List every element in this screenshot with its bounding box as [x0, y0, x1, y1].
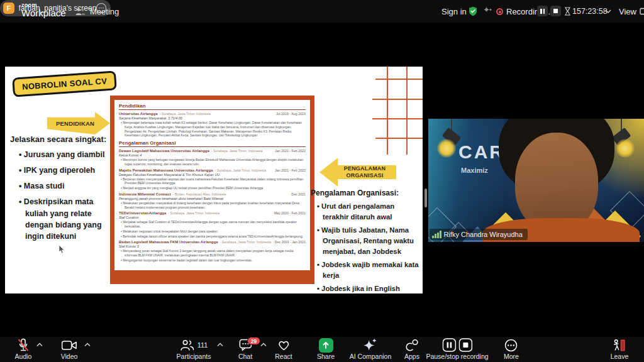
pause-recording-icon [442, 338, 456, 352]
sharer-avatar: F [3, 3, 14, 14]
cv-entry-dates: May 2020 - Feb 2021 [274, 211, 306, 215]
view-button[interactable]: View [619, 0, 644, 23]
stop-recording-icon [458, 338, 472, 352]
share-screen-icon [319, 338, 333, 353]
cv-entry-org: TEDxUniversitasAirlangga [119, 211, 166, 215]
video-panel-resize-handle[interactable] [425, 189, 427, 207]
apps-icon [405, 339, 419, 352]
cv-entry: Badan Legislatif Mahasiswa FKM Universit… [119, 240, 306, 262]
ai-companion-button[interactable]: AI Companion [350, 338, 392, 360]
timer-hourglass-icon [564, 7, 571, 16]
view-label: View [619, 7, 636, 16]
heart-icon [277, 339, 291, 351]
video-options-caret[interactable] [84, 343, 91, 347]
participant-name-tag: Rifky Chandra Wirayudha [430, 229, 528, 240]
cv-entry-location: - Surabaya, Jawa Timur, Indonesia [159, 112, 275, 116]
cv-entry-dates: Dec 2019 - Jan 2021 [275, 240, 306, 244]
chat-options-caret[interactable] [260, 343, 267, 347]
mouse-cursor [58, 245, 65, 255]
cv-entry-role: Staf Curation [119, 216, 306, 219]
audio-options-caret[interactable] [36, 343, 43, 347]
cv-entry-bullets: Menyandang peran sebagai Staf Komisi 3 d… [121, 249, 306, 262]
ai-sparkle-icon [363, 338, 378, 352]
workplace-chevron-down-icon[interactable] [58, 9, 65, 14]
background-subtext: Maximiz [461, 167, 488, 174]
cv-entry-dates: Jan 2021 - Feb 2022 [275, 149, 306, 153]
cv-entry-org: Indonesia Millennial Connect [119, 192, 171, 196]
list-item: Deskripsikan mata kuliah yang relate den… [19, 196, 113, 242]
meeting-timer: 157:23:58 [572, 0, 608, 23]
cv-entry-org: Badan Legislatif Mahasiswa FKM Universit… [119, 240, 218, 244]
video-button[interactable]: Video [61, 338, 78, 360]
cv-organization-heading: Pengalaman Organisasi [119, 140, 306, 147]
ai-companion-status-icon[interactable]: ✦✦ [483, 5, 492, 14]
cv-entry-location: - Surabaya, Jawa Timur, Indonesia [220, 240, 275, 244]
cv-entry-org: Universitas Airlangga [119, 112, 157, 116]
participant-face [515, 133, 598, 232]
cv-entry-location: - Surabaya, Jawa Timur, Indonesia [211, 149, 275, 153]
more-button[interactable]: More [504, 338, 519, 360]
connection-signal-icon [432, 231, 441, 238]
sign-in-button[interactable]: Sign in [441, 0, 467, 23]
encryption-shield-icon[interactable] [468, 6, 478, 16]
cv-entry: TEDxUniversitasAirlangga - Surabaya, Jaw… [119, 211, 306, 238]
cv-entry: Universitas Airlangga - Surabaya, Jawa T… [119, 112, 306, 138]
stop-recording-button[interactable] [550, 6, 561, 16]
left-panel-heading: Jelaskan secara singkat: [10, 134, 113, 144]
meeting-tab-label: Meeting [90, 7, 119, 16]
organization-tips-panel: Pengalaman Organisasi: Urut dari pengala… [311, 189, 421, 293]
zoom-meeting-window: zoom Workplace Meeting F farhan_panitia'… [0, 0, 644, 362]
audio-button[interactable]: Audio [15, 338, 32, 360]
timer-chevron-down-icon[interactable] [605, 9, 611, 14]
more-ellipsis-icon [505, 339, 518, 352]
left-panel-list: Jurusan yang diambilIPK yang diperolehMa… [10, 149, 113, 242]
camera-icon [61, 340, 77, 351]
cv-entry-bullets: Mempelajari beberapa mata kuliah terkait… [121, 121, 306, 138]
cv-bullet: Menjadi anggota tim yang mengkaji UU ter… [121, 186, 306, 190]
list-item: IPK yang diperoleh [19, 165, 113, 176]
cv-bullet: Melakukan negosiasi untuk kesepakatan Mo… [121, 229, 306, 234]
cv-entry-bullets: Menjabat sebagai Staf Curation di TEDxUn… [121, 220, 306, 238]
tab-meeting[interactable]: Meeting [75, 0, 119, 23]
list-item: Masa studi [19, 180, 113, 192]
view-layout-icon [640, 8, 644, 15]
participant-name: Rifky Chandra Wirayudha [444, 231, 523, 238]
spotlight-left-icon [438, 119, 476, 163]
leave-button[interactable]: Leave [611, 338, 629, 360]
share-button[interactable]: Share [317, 338, 335, 360]
cv-entry-role: Ketua Komisi 4 [119, 153, 306, 157]
recording-indicator-icon [496, 8, 503, 15]
cv-entry-role: Penanggung jawab promosi kesehatan divis… [119, 197, 306, 200]
cv-entry-dates: Jul 2019 - Aug 2023 [276, 112, 306, 116]
list-item: Jobdesk jika in English disarankan mengg… [317, 283, 421, 293]
education-arrow-label: PENDIDIKAN [47, 112, 110, 134]
cv-entry-bullets: Memimpin komisi yang bertugas mengawasi … [121, 158, 306, 167]
cv-document-frame: Pendidikan Universitas Airlangga - Surab… [110, 96, 314, 284]
cv-entry-location: - Bintan, Kepulauan Riau, Indonesia [173, 192, 292, 196]
participants-button[interactable]: 111 Participants [177, 338, 211, 360]
cv-bullet: Mempelajari beberapa mata kuliah terkait… [121, 121, 306, 138]
right-panel-heading: Pengalaman Organisasi: [311, 189, 421, 197]
cv-education-entries: Universitas Airlangga - Surabaya, Jawa T… [119, 112, 306, 138]
organization-arrow-label: PENGALAMAN ORGANISASI [319, 158, 396, 187]
shared-screen-stage: NOBROLIN SOAL CV PENDIDIKAN Jelaskan sec… [0, 23, 644, 337]
chat-unread-badge: 29 [247, 337, 260, 345]
cv-entry: Majelis Perwakilan Mahasiswa Universitas… [119, 168, 306, 190]
cv-entry-role: Staf Komisi 3 [119, 244, 306, 248]
pause-stop-recording-button[interactable]: Pause/stop recording [426, 338, 488, 360]
cv-bullet: Berperan dalam menyampaikan aspirasi dan… [121, 177, 306, 186]
participant-video-tile[interactable]: CAR Maximiz Rifky Chandra Wira [428, 119, 644, 242]
slide-title-tag: NOBROLIN SOAL CV [12, 70, 117, 97]
participants-options-caret[interactable] [217, 343, 223, 347]
cv-bullet: Mengorganisir kunjungan eksternal ke bad… [121, 258, 306, 263]
react-button[interactable]: React [275, 338, 292, 360]
pause-recording-button[interactable] [537, 6, 548, 16]
apps-button[interactable]: Apps [404, 338, 419, 360]
cv-bullet: Memimpin komisi yang bertugas mengawasi … [121, 158, 306, 167]
cv-entry-org: Dewan Legislatif Mahasiswa Universitas A… [119, 149, 209, 153]
cv-bullet: Bertindak sebagai liaison officer antara… [121, 234, 306, 239]
cv-document: Pendidikan Universitas Airlangga - Surab… [114, 100, 310, 270]
people-icon [75, 8, 86, 16]
cv-bullet: Menjabat sebagai Staf Curation di TEDxUn… [121, 220, 306, 229]
cv-bullet: Melakukan pengabdian masyarakat di bidan… [121, 201, 306, 210]
